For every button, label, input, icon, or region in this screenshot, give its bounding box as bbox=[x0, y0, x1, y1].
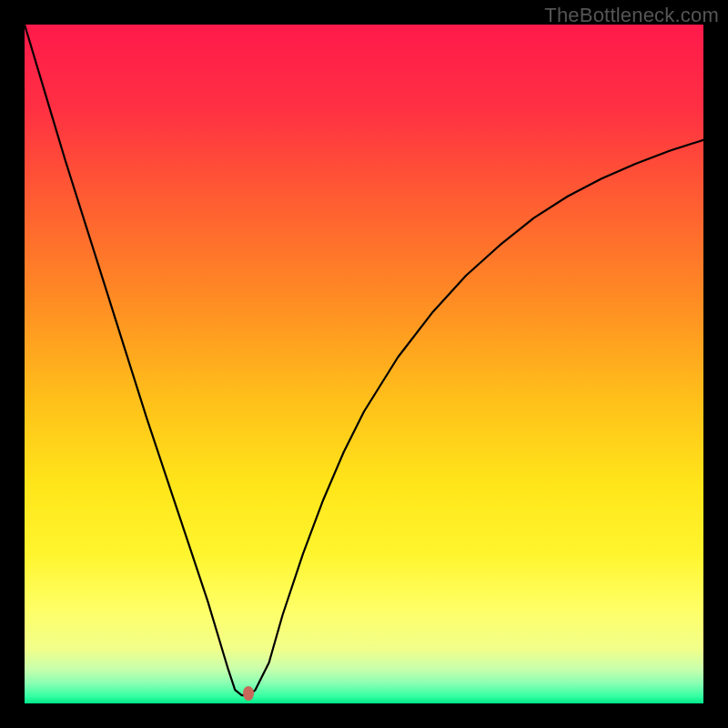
optimum-marker bbox=[243, 686, 254, 701]
watermark-text: TheBottleneck.com bbox=[544, 4, 719, 27]
chart-frame bbox=[25, 25, 703, 703]
svg-rect-0 bbox=[25, 25, 703, 703]
plot-background bbox=[25, 25, 703, 703]
